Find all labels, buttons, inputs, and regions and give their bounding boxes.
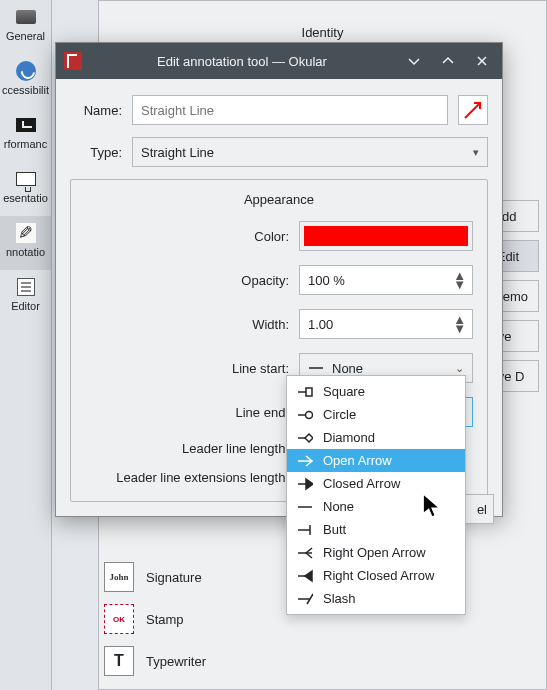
none-glyph-icon: [297, 499, 313, 515]
typewriter-icon: T: [104, 646, 134, 676]
dropdown-option-label: Square: [323, 384, 365, 399]
line-start-label: Line start:: [85, 361, 289, 376]
dropdown-option-label: Diamond: [323, 430, 375, 445]
circle-glyph-icon: [297, 407, 313, 423]
mouse-cursor: [422, 493, 444, 524]
list-item-label: Stamp: [146, 612, 184, 627]
dialog-title: Edit annotation tool — Okular: [92, 54, 392, 69]
dropdown-option-label: Slash: [323, 591, 356, 606]
dropdown-option-diamond[interactable]: Diamond: [287, 426, 465, 449]
none-glyph-icon: [308, 360, 324, 376]
accessibility-icon: [16, 61, 36, 81]
dropdown-option-slash[interactable]: Slash: [287, 587, 465, 610]
ropenarrow-glyph-icon: [297, 545, 313, 561]
opacity-label: Opacity:: [85, 273, 289, 288]
dropdown-option-ropenarrow[interactable]: Right Open Arrow: [287, 541, 465, 564]
presentation-icon: [16, 172, 36, 186]
tool-preview: [458, 95, 488, 125]
settings-sidebar: General ccessibilit rformanc esentatio n…: [0, 0, 52, 690]
width-value: 1.00: [308, 317, 333, 332]
sidebar-item-label: General: [6, 30, 45, 42]
dropdown-option-label: Circle: [323, 407, 356, 422]
dropdown-option-label: Closed Arrow: [323, 476, 400, 491]
general-icon: [16, 10, 36, 24]
sidebar-item-performance[interactable]: rformanc: [0, 108, 51, 162]
sidebar-item-accessibility[interactable]: ccessibilit: [0, 54, 51, 108]
spin-buttons[interactable]: ▲▼: [449, 271, 470, 289]
opacity-spinbox[interactable]: 100 %▲▼: [299, 265, 473, 295]
dropdown-option-rclosedarrow[interactable]: Right Closed Arrow: [287, 564, 465, 587]
list-item-label: Typewriter: [146, 654, 206, 669]
maximize-button[interactable]: [436, 49, 460, 73]
okular-app-icon: [64, 52, 82, 70]
chevron-down-icon: ⌄: [455, 362, 464, 375]
spin-buttons[interactable]: ▲▼: [449, 315, 470, 333]
closedarrow-glyph-icon: [297, 476, 313, 492]
color-label: Color:: [85, 229, 289, 244]
dropdown-option-circle[interactable]: Circle: [287, 403, 465, 426]
dropdown-option-label: None: [323, 499, 354, 514]
annotation-tool-list: JohnSignature OKStamp TTypewriter: [104, 560, 206, 678]
dialog-titlebar[interactable]: Edit annotation tool — Okular: [56, 43, 502, 79]
type-label: Type:: [70, 145, 122, 160]
performance-icon: [16, 118, 36, 132]
editor-icon: [17, 278, 35, 296]
line-end-label: Line end:: [85, 405, 289, 420]
type-value: Straight Line: [141, 145, 214, 160]
button-label-partial: el: [477, 502, 487, 517]
slash-glyph-icon: [297, 591, 313, 607]
list-item-label: Signature: [146, 570, 202, 585]
sidebar-item-editor[interactable]: Editor: [0, 270, 51, 324]
sidebar-item-label: ccessibilit: [2, 84, 49, 96]
color-swatch: [304, 226, 468, 246]
sidebar-item-annotations[interactable]: nnotatio: [0, 216, 51, 270]
svg-line-0: [465, 104, 479, 118]
type-combobox[interactable]: Straight Line ▾: [132, 137, 488, 167]
svg-point-6: [306, 411, 313, 418]
leader-length-label: Leader line length:: [85, 441, 289, 456]
list-item[interactable]: JohnSignature: [104, 560, 206, 594]
diamond-glyph-icon: [297, 430, 313, 446]
close-button[interactable]: [470, 49, 494, 73]
sidebar-item-label: Editor: [11, 300, 40, 312]
list-item[interactable]: TTypewriter: [104, 644, 206, 678]
sidebar-item-general[interactable]: General: [0, 0, 51, 54]
list-item[interactable]: OKStamp: [104, 602, 206, 636]
stamp-icon: OK: [104, 604, 134, 634]
annotations-icon: [16, 223, 36, 243]
appearance-title: Appearance: [85, 192, 473, 207]
dropdown-option-closedarrow[interactable]: Closed Arrow: [287, 472, 465, 495]
dropdown-option-label: Right Closed Arrow: [323, 568, 434, 583]
openarrow-glyph-icon: [297, 453, 313, 469]
chevron-down-icon: ▾: [473, 146, 479, 159]
dropdown-option-label: Open Arrow: [323, 453, 392, 468]
rclosedarrow-glyph-icon: [297, 568, 313, 584]
width-label: Width:: [85, 317, 289, 332]
signature-icon: John: [104, 562, 134, 592]
name-label: Name:: [70, 103, 122, 118]
name-input[interactable]: [132, 95, 448, 125]
butt-glyph-icon: [297, 522, 313, 538]
svg-rect-4: [306, 388, 312, 396]
leader-ext-length-label: Leader line extensions length:: [85, 470, 289, 485]
line-start-value: None: [332, 361, 363, 376]
dropdown-option-label: Right Open Arrow: [323, 545, 426, 560]
opacity-value: 100 %: [308, 273, 345, 288]
square-glyph-icon: [297, 384, 313, 400]
sidebar-item-label: nnotatio: [6, 246, 45, 258]
minimize-button[interactable]: [402, 49, 426, 73]
dropdown-option-openarrow[interactable]: Open Arrow: [287, 449, 465, 472]
dropdown-option-square[interactable]: Square: [287, 380, 465, 403]
sidebar-item-presentation[interactable]: esentatio: [0, 162, 51, 216]
sidebar-item-label: rformanc: [4, 138, 47, 150]
sidebar-item-label: esentatio: [3, 192, 48, 204]
dropdown-option-label: Butt: [323, 522, 346, 537]
color-button[interactable]: [299, 221, 473, 251]
width-spinbox[interactable]: 1.00▲▼: [299, 309, 473, 339]
